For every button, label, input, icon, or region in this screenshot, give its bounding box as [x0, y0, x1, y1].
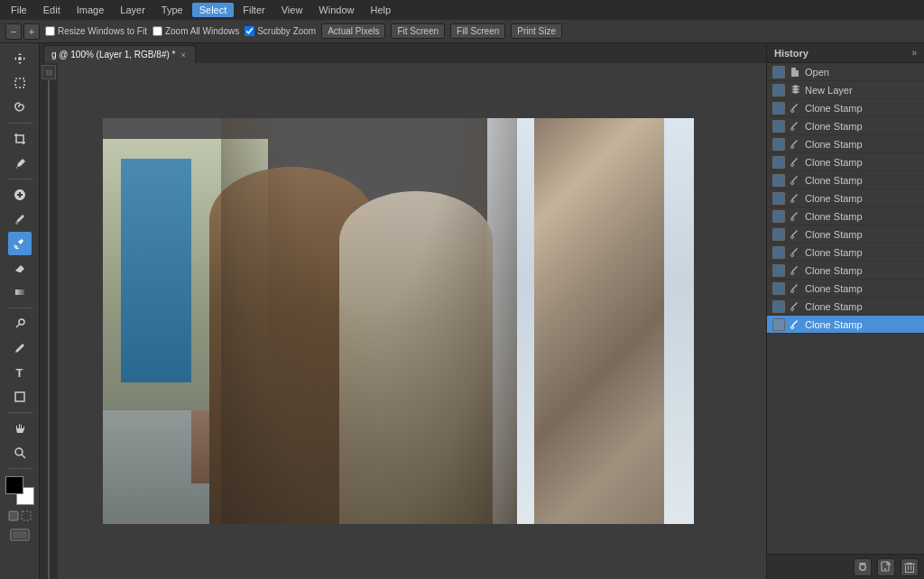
history-item-clone-10[interactable]: Clone Stamp [767, 262, 924, 280]
eyedropper-tool[interactable] [8, 152, 32, 175]
history-label-clone-9: Clone Stamp [805, 247, 919, 258]
menu-select[interactable]: Select [192, 3, 235, 17]
fit-screen-button[interactable]: Fit Screen [391, 23, 445, 39]
scrubby-zoom-input[interactable] [245, 26, 254, 36]
menu-edit[interactable]: Edit [36, 3, 68, 17]
zoom-all-input[interactable] [152, 26, 162, 36]
menu-help[interactable]: Help [363, 3, 398, 17]
history-label-new-layer: New Layer [805, 85, 919, 96]
menu-filter[interactable]: Filter [236, 3, 272, 17]
print-size-button[interactable]: Print Size [511, 23, 562, 39]
clone-stamp-tool[interactable] [8, 232, 32, 255]
actual-pixels-button[interactable]: Actual Pixels [321, 23, 385, 39]
tab-label: g @ 100% (Layer 1, RGB/8#) * [51, 50, 175, 60]
svg-rect-2 [15, 290, 24, 295]
quick-mask-button[interactable] [8, 510, 32, 524]
brush-tool[interactable] [8, 207, 32, 231]
svg-point-6 [15, 448, 23, 455]
menu-image[interactable]: Image [69, 3, 112, 17]
history-item-open[interactable]: Open [767, 63, 924, 81]
history-stamp-icon-7 [789, 210, 801, 223]
panel-collapse-button[interactable]: » [911, 48, 917, 58]
svg-rect-5 [15, 392, 24, 401]
screen-mode-button[interactable] [10, 528, 30, 543]
rect-select-tool[interactable] [8, 71, 32, 95]
zoom-out-button[interactable]: − [5, 23, 22, 40]
dodge-tool[interactable] [8, 312, 32, 335]
svg-point-12 [790, 110, 793, 113]
history-item-clone-9[interactable]: Clone Stamp [767, 244, 924, 262]
history-stamp-icon-10 [789, 264, 801, 277]
zoom-all-checkbox[interactable]: Zoom All Windows [152, 26, 239, 36]
zoom-in-button[interactable]: + [23, 23, 40, 40]
menu-type[interactable]: Type [154, 3, 190, 17]
zoom-tool[interactable] [8, 441, 32, 464]
heal-tool[interactable] [8, 183, 32, 207]
canvas-tab[interactable]: g @ 100% (Layer 1, RGB/8#) * × [43, 45, 196, 63]
pen-tool[interactable] [8, 336, 32, 360]
svg-point-16 [790, 182, 793, 185]
tab-bar: g @ 100% (Layer 1, RGB/8#) * × [40, 43, 766, 63]
menu-file[interactable]: File [4, 3, 34, 17]
history-item-clone-3[interactable]: Clone Stamp [767, 135, 924, 153]
canvas-scroll-area[interactable]: ⊡ [40, 63, 766, 579]
history-item-clone-13[interactable]: Clone Stamp [767, 316, 924, 334]
svg-point-21 [790, 272, 793, 275]
scrubby-zoom-checkbox[interactable]: Scrubby Zoom [245, 26, 316, 36]
foreground-color-swatch[interactable] [5, 476, 23, 494]
color-swatches[interactable] [5, 476, 34, 505]
text-tool[interactable]: T [8, 361, 32, 384]
zoom-controls: − + [5, 23, 40, 40]
history-panel-footer [767, 554, 924, 579]
menu-window[interactable]: Window [311, 3, 361, 17]
create-new-snapshot-button[interactable] [854, 558, 872, 576]
history-item-clone-7[interactable]: Clone Stamp [767, 207, 924, 225]
history-label-clone-6: Clone Stamp [805, 193, 919, 204]
history-thumb-clone-1 [772, 102, 785, 115]
svg-point-13 [790, 128, 793, 131]
screen-mode-icon [10, 528, 30, 541]
eraser-tool[interactable] [8, 256, 32, 280]
history-item-clone-11[interactable]: Clone Stamp [767, 280, 924, 298]
photo-content [103, 118, 694, 524]
resize-windows-input[interactable] [45, 26, 55, 36]
options-bar: − + Resize Windows to Fit Zoom All Windo… [0, 20, 924, 43]
resize-windows-checkbox[interactable]: Resize Windows to Fit [45, 26, 147, 36]
history-item-clone-5[interactable]: Clone Stamp [767, 171, 924, 189]
history-item-clone-1[interactable]: Clone Stamp [767, 99, 924, 117]
history-label-clone-7: Clone Stamp [805, 211, 919, 222]
lasso-tool[interactable] [8, 96, 32, 119]
history-thumb-clone-6 [772, 192, 785, 205]
menu-view[interactable]: View [274, 3, 310, 17]
fill-screen-button[interactable]: Fill Screen [450, 23, 505, 39]
delete-history-button[interactable] [901, 558, 919, 576]
tab-close-button[interactable]: × [180, 51, 185, 60]
svg-point-23 [790, 308, 793, 311]
history-panel: History » Open New Layer [766, 43, 924, 579]
history-list[interactable]: Open New Layer Clone Stamp [767, 63, 924, 554]
tool-separator-3 [7, 308, 32, 308]
history-thumb-clone-4 [772, 156, 785, 169]
history-thumb-clone-12 [772, 300, 785, 313]
shape-tool[interactable] [8, 385, 32, 409]
gradient-tool[interactable] [8, 280, 32, 304]
hand-tool[interactable] [8, 417, 32, 440]
history-label-clone-5: Clone Stamp [805, 175, 919, 186]
history-item-new-layer[interactable]: New Layer [767, 81, 924, 99]
svg-line-4 [16, 324, 20, 327]
create-new-document-button[interactable] [877, 558, 895, 576]
tool-separator-2 [7, 179, 32, 179]
history-label-clone-2: Clone Stamp [805, 121, 919, 132]
history-item-clone-4[interactable]: Clone Stamp [767, 153, 924, 171]
history-item-clone-12[interactable]: Clone Stamp [767, 298, 924, 316]
move-tool[interactable] [8, 47, 32, 70]
history-item-clone-8[interactable]: Clone Stamp [767, 225, 924, 244]
stone-column [534, 118, 664, 524]
history-title: History [774, 48, 808, 59]
menu-layer[interactable]: Layer [113, 3, 152, 17]
crop-tool[interactable] [8, 127, 32, 151]
left-ruler: ⊡ [40, 63, 58, 579]
history-item-clone-2[interactable]: Clone Stamp [767, 117, 924, 135]
history-item-clone-6[interactable]: Clone Stamp [767, 189, 924, 207]
history-thumb-clone-8 [772, 228, 785, 241]
